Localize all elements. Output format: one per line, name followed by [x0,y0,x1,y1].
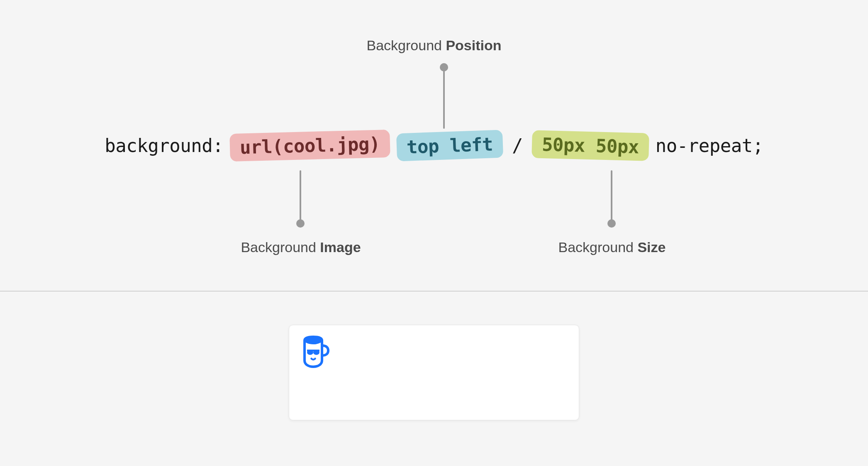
cool-mug-icon [296,332,336,373]
label-text: Background [558,239,638,255]
label-bold: Image [320,239,361,255]
diagram-top-section: Background Position Background Image Bac… [0,0,868,291]
pill-background-size: 50px 50px [532,130,649,161]
css-code-line: background: url(cool.jpg) top left / 50p… [105,132,763,159]
connector-size [611,170,612,224]
code-property: background: [105,135,223,156]
label-bold: Size [637,239,666,255]
connector-image [300,170,301,224]
background-preview-box [289,325,579,420]
label-text: Background [366,37,446,53]
pill-background-image: url(cool.jpg) [229,129,390,161]
label-text: Background [241,239,320,255]
label-background-image: Background Image [241,239,361,255]
label-bold: Position [446,37,501,53]
connector-position [443,66,445,129]
svg-point-0 [305,337,322,344]
label-background-position: Background Position [366,37,501,54]
svg-point-2 [313,350,319,355]
svg-point-1 [307,350,313,355]
pill-background-position: top left [396,130,503,161]
code-slash-separator: / [512,135,523,156]
code-tail: no-repeat; [656,135,763,156]
diagram-bottom-section [0,292,868,420]
label-background-size: Background Size [558,239,666,255]
